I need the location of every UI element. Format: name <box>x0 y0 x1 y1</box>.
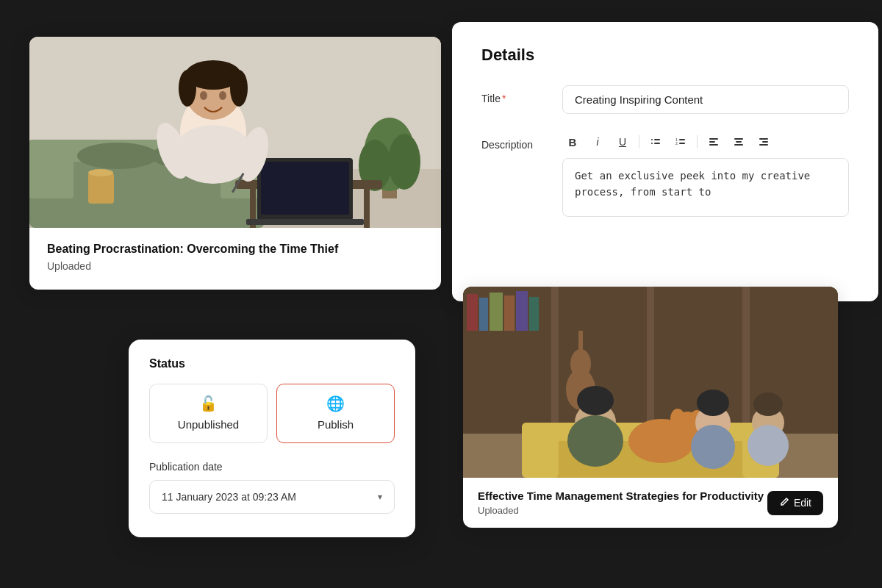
publish-icon: 🌐 <box>326 395 345 412</box>
article-status-2: Uploaded <box>478 505 764 516</box>
edit-label: Edit <box>794 497 811 509</box>
bold-button[interactable]: B <box>562 132 583 152</box>
svg-rect-62 <box>578 331 583 371</box>
description-field-row: Description B i U 1. <box>481 132 849 220</box>
description-toolbar: B i U 1. 2. <box>562 132 849 152</box>
svg-point-6 <box>77 143 158 169</box>
svg-point-75 <box>697 390 729 416</box>
status-buttons: 🔓 Unpublished 🌐 Publish <box>149 384 395 443</box>
svg-rect-29 <box>88 173 114 204</box>
svg-rect-34 <box>654 143 660 144</box>
svg-rect-42 <box>734 138 743 140</box>
svg-rect-39 <box>709 138 718 140</box>
unpublished-label: Unpublished <box>178 418 239 431</box>
article-image-1 <box>29 37 441 228</box>
unpublished-button[interactable]: 🔓 Unpublished <box>149 384 268 443</box>
align-right-button[interactable] <box>753 132 774 152</box>
right-article-card: Effective Time Management Strategies for… <box>463 287 838 528</box>
svg-rect-32 <box>654 139 660 140</box>
svg-rect-65 <box>522 423 559 478</box>
svg-rect-56 <box>490 293 503 331</box>
svg-text:2.: 2. <box>675 141 678 146</box>
svg-rect-38 <box>679 143 685 144</box>
chevron-down-icon: ▾ <box>378 492 382 502</box>
publish-label: Publish <box>318 418 354 431</box>
details-heading: Details <box>481 46 849 65</box>
svg-rect-36 <box>679 139 685 140</box>
title-input[interactable] <box>562 85 849 114</box>
svg-rect-45 <box>759 138 768 140</box>
article-card-body-1: Beating Procrastination: Overcoming the … <box>29 228 441 290</box>
svg-point-24 <box>219 91 226 100</box>
svg-rect-4 <box>29 140 74 198</box>
align-center-button[interactable] <box>728 132 749 152</box>
publication-date-value: 11 January 2023 at 09:23 AM <box>162 491 296 503</box>
required-marker: * <box>502 93 506 104</box>
svg-rect-55 <box>479 298 488 331</box>
description-label: Description <box>481 132 548 151</box>
svg-rect-46 <box>762 141 768 143</box>
edit-icon <box>779 497 789 509</box>
underline-button[interactable]: U <box>612 132 633 152</box>
svg-rect-31 <box>651 139 653 140</box>
status-panel-title: Status <box>149 357 395 370</box>
svg-point-69 <box>567 415 623 467</box>
svg-point-21 <box>179 70 196 107</box>
svg-point-76 <box>691 425 735 469</box>
svg-point-30 <box>88 169 113 176</box>
article-info-2: Effective Time Management Strategies for… <box>478 490 764 516</box>
title-label: Title* <box>481 85 548 104</box>
svg-rect-54 <box>467 294 478 331</box>
details-panel: Details Title* Description B i U <box>452 22 878 301</box>
publish-button[interactable]: 🌐 Publish <box>276 384 395 443</box>
svg-rect-59 <box>529 297 539 331</box>
svg-rect-40 <box>709 141 715 143</box>
svg-rect-33 <box>651 143 653 144</box>
unordered-list-button[interactable] <box>645 132 666 152</box>
description-textarea[interactable]: Get an exclusive peek into my creative p… <box>562 158 849 217</box>
article-title-1: Beating Procrastination: Overcoming the … <box>47 243 423 256</box>
svg-rect-43 <box>736 141 742 143</box>
svg-point-22 <box>230 70 248 107</box>
publication-date-label: Publication date <box>149 461 395 473</box>
svg-point-73 <box>670 409 685 429</box>
svg-rect-14 <box>364 187 370 228</box>
toolbar-separator-1 <box>639 135 639 148</box>
toolbar-separator-2 <box>697 135 698 148</box>
article-status-1: Uploaded <box>47 260 423 272</box>
unpublished-icon: 🔓 <box>199 395 218 412</box>
publication-date-picker[interactable]: 11 January 2023 at 09:23 AM ▾ <box>149 480 395 514</box>
title-field-row: Title* <box>481 85 849 114</box>
svg-point-23 <box>200 91 207 100</box>
article-image-2 <box>463 287 838 478</box>
svg-rect-58 <box>516 291 528 331</box>
italic-button[interactable]: i <box>587 132 608 152</box>
svg-point-68 <box>577 386 614 415</box>
align-left-button[interactable] <box>703 132 724 152</box>
article-card-body-2: Effective Time Management Strategies for… <box>463 478 838 528</box>
article-title-2: Effective Time Management Strategies for… <box>478 490 764 502</box>
svg-rect-47 <box>759 144 768 146</box>
svg-rect-41 <box>709 144 718 146</box>
svg-point-11 <box>388 134 420 190</box>
svg-point-79 <box>747 425 789 466</box>
ordered-list-button[interactable]: 1. 2. <box>670 132 691 152</box>
status-panel: Status 🔓 Unpublished 🌐 Publish Publicati… <box>129 340 415 537</box>
svg-point-78 <box>753 392 783 416</box>
svg-rect-44 <box>734 144 743 146</box>
edit-button[interactable]: Edit <box>767 491 823 515</box>
svg-rect-17 <box>246 219 364 225</box>
svg-rect-57 <box>504 295 514 331</box>
svg-rect-16 <box>261 162 349 215</box>
left-article-card: Beating Procrastination: Overcoming the … <box>29 37 441 290</box>
description-editor: B i U 1. 2. <box>562 132 849 220</box>
